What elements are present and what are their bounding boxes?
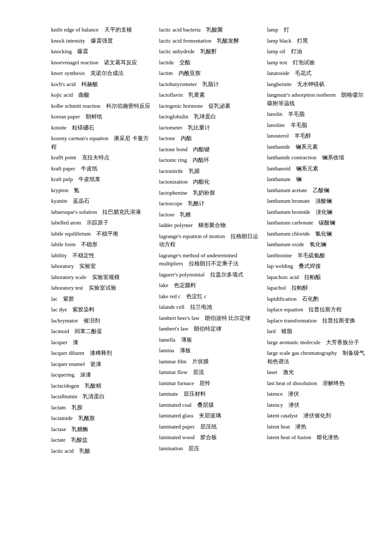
entry-english: kozeny carman's equation (51, 135, 108, 141)
entry-english: lacquering (51, 371, 75, 378)
list-item: knocking 爆震 (51, 47, 150, 56)
entry-english: lactobutyrometer (159, 81, 197, 87)
list-item: latent heat 潜热 (267, 423, 366, 431)
entry-english: lability (51, 252, 67, 259)
entry-chinese: 内酯环 (187, 157, 209, 163)
list-item: labelled atom 示踪原子 (51, 219, 150, 227)
list-item: lactoflavin 乳黄素 (159, 91, 258, 99)
entry-english: ladder polymer (159, 222, 193, 228)
list-item: laminate 层压材料 (159, 390, 258, 398)
entry-chinese: 无水钾镁矾 (291, 81, 325, 87)
entry-chinese: 潜热 (290, 423, 306, 430)
entry-chinese: 层流 (187, 369, 204, 375)
entry-english: labarraque's solution (51, 209, 97, 215)
entry-chinese: 克诺尔合成法 (85, 70, 124, 76)
entry-chinese: 催泪剂 (78, 317, 100, 324)
entry-english: lacquer diluent (51, 350, 84, 356)
list-item: lagrange's method of undetermined multip… (159, 251, 258, 268)
entry-english: knife edge of balance (51, 26, 99, 33)
entry-chinese: 乳比重计 (182, 124, 210, 131)
entry-english: laminated coal (159, 402, 191, 408)
list-item: laboratory test 实验室试验 (51, 284, 150, 292)
column-2: lactic acid bacteria 乳酸菌lactic acid ferm… (159, 26, 267, 455)
entry-english: korean paper (51, 113, 80, 120)
list-item: lactamide 乳酰胺 (51, 414, 150, 423)
list-item: laguerr's polynomial 拉盖尔多项式 (159, 270, 258, 279)
list-item: laminar film 片状膜 (159, 357, 258, 366)
list-item: lamination 层压 (159, 444, 258, 453)
entry-english: lake red c (159, 293, 181, 299)
list-item: labarraque's solution 拉巴腊克氏溶液 (51, 208, 150, 216)
entry-english: lambert beer's law (159, 315, 199, 321)
entry-english: kojic acid (51, 92, 73, 98)
entry-english: kraft paper (51, 165, 75, 172)
list-item: lactonic ring 内酯环 (159, 156, 258, 164)
list-item: lanthionine 羊毛硫氨酸 (267, 251, 366, 260)
entry-english: lap welding (267, 263, 293, 269)
list-item: laser 激光 (267, 368, 366, 377)
entry-chinese: 熔化潜热 (311, 434, 339, 440)
list-item: lanatoside 毛花式 (267, 69, 366, 78)
list-item: lactometer 乳比重计 (159, 124, 258, 132)
entry-english: lac dye (51, 306, 67, 313)
list-item: kotoite 粒镁硼石 (51, 124, 150, 132)
entry-english: large aromatic molecule (267, 339, 320, 345)
entry-chinese: 氯化镧 (310, 230, 332, 237)
list-item: lactose 乳糖 (159, 210, 258, 219)
list-item: lactic acid fermentation 乳酸发酵 (159, 37, 258, 45)
entry-chinese: 拉帕醌 (299, 274, 321, 280)
entry-english: lactonic ring (159, 157, 187, 163)
entry-english: last heat of dissolution (267, 380, 317, 386)
list-item: lapachoic acid 拉帕醌 (267, 273, 366, 282)
list-item: laplace equation 拉普拉斯方程 (267, 305, 366, 314)
list-item: lacmoid 间苯二酚蓝 (51, 327, 150, 336)
entry-english: lactose (159, 211, 174, 218)
entry-english: lanosterol (267, 132, 289, 139)
list-item: koch's acid 柯赫酸 (51, 80, 150, 89)
list-item: lactate 乳酸盐 (51, 436, 150, 444)
entry-english: lanthanoid (267, 165, 291, 172)
list-item: lactalbumin 乳清蛋白 (51, 392, 150, 401)
entry-chinese: 蓝晶石 (67, 198, 89, 204)
entry-chinese: 乳酸精 (79, 382, 101, 389)
list-item: kolbe schmitt reaction 科尔伯施密特反应 (51, 102, 150, 110)
list-item: lapidification 石化酌 (267, 295, 366, 303)
entry-english: lactic acid fermentation (159, 37, 211, 44)
entry-english: lamp test (267, 59, 287, 66)
entry-english: lactoflavin (159, 92, 183, 98)
entry-english: knorr synthesis (51, 70, 85, 76)
entry-english: laminar film (159, 358, 187, 365)
entry-english: lactonitrile (159, 168, 183, 174)
list-item: lactam 乳胺 (51, 403, 150, 412)
entry-chinese: 漆 (67, 339, 78, 345)
entry-english: lanthanum (267, 176, 291, 182)
list-item: ladder polymer 梯形聚合物 (159, 221, 258, 230)
list-item: lamella 薄板 (159, 336, 258, 344)
list-item: lanthanum chloride 氯化镧 (267, 230, 366, 238)
entry-chinese: 叠层煤 (192, 402, 214, 408)
entry-chinese: 拉兰电池 (184, 304, 212, 310)
entry-english: lapachol (267, 285, 286, 291)
entry-chinese: 科尔伯施密特反应 (101, 103, 150, 109)
entry-english: laplace equation (267, 306, 303, 313)
entry-chinese: 朝鲜纸 (80, 113, 102, 120)
entry-english: krafft point (51, 154, 76, 161)
entry-english: lanthanum carbonate (267, 219, 314, 226)
entry-chinese: 羊毛硫氨酸 (292, 252, 325, 259)
entry-chinese: 瓷漆 (85, 361, 101, 367)
entry-english: lanthionine (267, 252, 292, 259)
entry-english: koch's acid (51, 81, 76, 87)
entry-english: lanthanum chloride (267, 230, 310, 237)
list-item: lanthanum oxide 氧化镧 (267, 240, 366, 249)
column-1: knife edge of balance 天平的支棱knock intensi… (51, 26, 159, 457)
entry-chinese: 镧系元素 (290, 144, 318, 150)
entry-chinese: 乳黄素 (183, 92, 205, 98)
list-item: lac 紫胶 (51, 295, 150, 303)
entry-chinese: 乳糖酶 (66, 426, 88, 432)
entry-chinese: 薄板 (176, 336, 192, 343)
list-item: lactonization 内酯化 (159, 178, 258, 186)
entry-english: lac (51, 296, 58, 302)
entry-english: laboratory scale (51, 274, 86, 280)
entry-english: lamp oil (267, 48, 285, 55)
list-item: kraft paper 牛皮纸 (51, 164, 150, 173)
